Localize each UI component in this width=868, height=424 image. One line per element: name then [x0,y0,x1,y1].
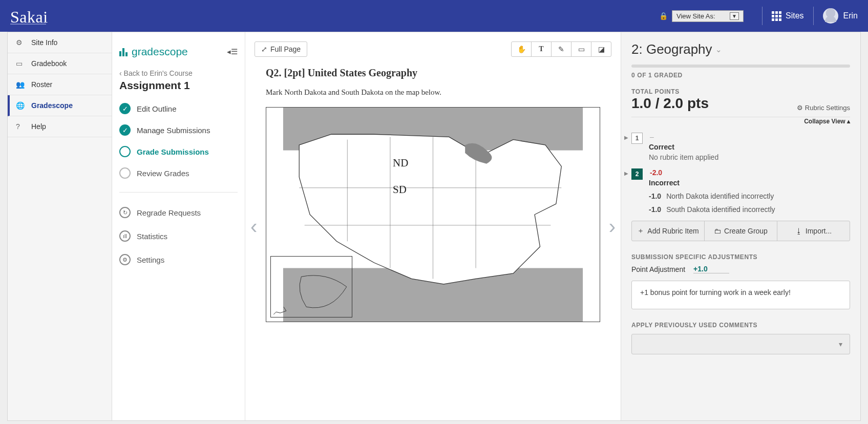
nav-roster[interactable]: 👥 Roster [8,74,112,95]
total-points-value: 1.0 / 2.0 pts [631,95,709,112]
step-label: Edit Outline [137,104,177,113]
gear-icon: ⚙ [797,104,803,112]
top-bar: Sakai 🔒 View Site As: ▼ Sites Erin [0,0,868,32]
globe-icon: 🌐 [16,101,24,110]
box-tool[interactable]: ▭ [571,41,591,57]
avatar-icon [823,8,838,24]
pen-tool[interactable]: ✎ [551,41,571,57]
nav-gradescope[interactable]: 🌐 Gradescope [8,95,112,116]
expand-icon: ⤢ [261,45,267,53]
step-manage-submissions[interactable]: ✓ Manage Submissions [119,119,238,141]
handwritten-sd: SD [393,183,407,196]
nav-site-info[interactable]: ⚙ Site Info [8,32,112,53]
point-adj-value: +1.0 [693,265,708,273]
gear-icon: ⚙ [16,38,24,47]
rubric-item-1[interactable]: ▶ 1 – Correct No rubric item applied [631,133,850,161]
expand-icon[interactable]: ▶ [624,135,628,140]
step-label: Review Grades [137,169,189,178]
user-name: Erin [843,11,858,20]
rubric-hotkey[interactable]: 2 [631,168,643,180]
tool-label: Settings [137,256,164,264]
step-label: Grade Submissions [137,147,209,156]
tool-label: Regrade Requests [137,208,201,217]
text-icon: T [539,45,543,53]
point-adjustment-row: Point Adjustment +1.0 [631,265,850,273]
pan-tool[interactable]: ✋ [511,41,532,57]
back-label: Back to Erin's Course [124,69,193,77]
nav-gradebook[interactable]: ▭ Gradebook [8,53,112,74]
chevron-down-icon: ⌄ [715,45,722,54]
step-grade-submissions[interactable]: Grade Submissions [119,141,238,162]
eraser-tool[interactable]: ◪ [591,41,611,57]
next-submission-button[interactable]: › [609,215,616,238]
tool-statistics[interactable]: ıll Statistics [119,224,238,248]
download-icon: ⭳ [795,227,802,235]
sidebar-toggle-icon[interactable]: ◂☰ [227,47,238,56]
graded-count: 0 OF 1 GRADED [631,72,850,79]
rubric-hotkey[interactable]: 1 [631,133,643,144]
question-heading: Q2. [2pt] United States Geography [266,67,600,79]
us-map: ND SD [266,107,600,322]
rubric-item-2[interactable]: ▶ 2 -2.0 Incorrect -1.0 North Dakota ide… [631,168,850,214]
question-instruction: Mark North Dakota and South Dakota on th… [266,88,600,97]
nav-label: Gradebook [31,59,67,68]
annotation-tools: ✋ T ✎ ▭ ◪ [511,41,611,57]
question-title-text: 2: Geography [631,41,712,57]
submission-page: Q2. [2pt] United States Geography Mark N… [264,67,602,322]
rubric-name: Incorrect [649,179,850,187]
sakai-nav: ⚙ Site Info ▭ Gradebook 👥 Roster 🌐 Grade… [8,32,112,420]
caret-down-icon: ▼ [730,12,739,20]
circle-icon [119,167,131,179]
points-row: TOTAL POINTS 1.0 / 2.0 pts ⚙ Rubric Sett… [631,88,850,117]
app-frame: ⚙ Site Info ▭ Gradebook 👥 Roster 🌐 Grade… [7,32,861,421]
nav-help[interactable]: ? Help [8,116,112,137]
full-page-button[interactable]: ⤢ Full Page [255,41,307,57]
step-edit-outline[interactable]: ✓ Edit Outline [119,98,238,119]
rubric-delta: -2.0 [650,168,662,177]
check-icon: ✓ [119,103,131,114]
create-group-button[interactable]: 🗀 Create Group [704,221,777,241]
add-rubric-item-button[interactable]: ＋ Add Rubric Item [631,221,705,241]
sub-text: North Dakota identified incorrectly [666,192,774,200]
rubric-name: Correct [649,143,850,151]
caret-down-icon: ▾ [839,340,842,348]
step-review-grades[interactable]: Review Grades [119,162,238,184]
comment-box[interactable]: +1 bonus point for turning work in a wee… [631,281,850,309]
back-link[interactable]: ‹ Back to Erin's Course [119,69,238,77]
import-label: Import... [806,227,832,235]
separator [762,7,763,25]
folder-icon: 🗀 [714,227,721,235]
tool-settings[interactable]: ⚙ Settings [119,248,238,271]
point-adj-label: Point Adjustment [631,265,685,273]
grading-panel: 2: Geography ⌄ 0 OF 1 GRADED TOTAL POINT… [621,32,860,420]
rubric-settings-label: Rubric Settings [805,104,850,112]
prev-comments-select[interactable]: ▾ [631,334,850,354]
hand-icon: ✋ [517,45,526,53]
sites-button[interactable]: Sites [772,11,804,21]
rectangle-icon: ▭ [578,45,585,53]
gradescope-logo[interactable]: gradescope ◂☰ [119,46,238,58]
rubric-settings-link[interactable]: ⚙ Rubric Settings [797,104,850,112]
collapse-view-toggle[interactable]: Collapse View ▴ [804,118,850,125]
assignment-title: Assignment 1 [119,79,238,92]
rubric-delta: – [650,133,654,141]
import-button[interactable]: ⭳ Import... [777,221,850,241]
sakai-logo-text: Sakai [10,8,48,26]
grid-icon [772,11,781,21]
tool-regrade-requests[interactable]: ↻ Regrade Requests [119,201,238,224]
text-tool[interactable]: T [531,41,552,57]
question-selector[interactable]: 2: Geography ⌄ [631,41,850,57]
gradescope-sidebar: gradescope ◂☰ ‹ Back to Erin's Course As… [112,32,245,420]
user-menu[interactable]: Erin [823,8,858,24]
prev-submission-button[interactable]: ‹ [250,215,257,238]
eraser-icon: ◪ [598,45,605,53]
expand-icon[interactable]: ▶ [624,171,628,176]
rubric-subitem: -1.0 South Dakota identified incorrectly [649,205,850,214]
point-adj-input[interactable]: +1.0 [693,265,729,273]
sub-delta: -1.0 [649,205,661,214]
rubric-actions: ＋ Add Rubric Item 🗀 Create Group ⭳ Impor… [631,221,850,241]
view-site-as-select[interactable]: View Site As: ▼ [672,10,744,22]
gear-icon: ⚙ [119,254,131,265]
nav-label: Help [31,122,46,131]
submission-toolbar: ⤢ Full Page ✋ T ✎ ▭ ◪ [245,32,621,57]
